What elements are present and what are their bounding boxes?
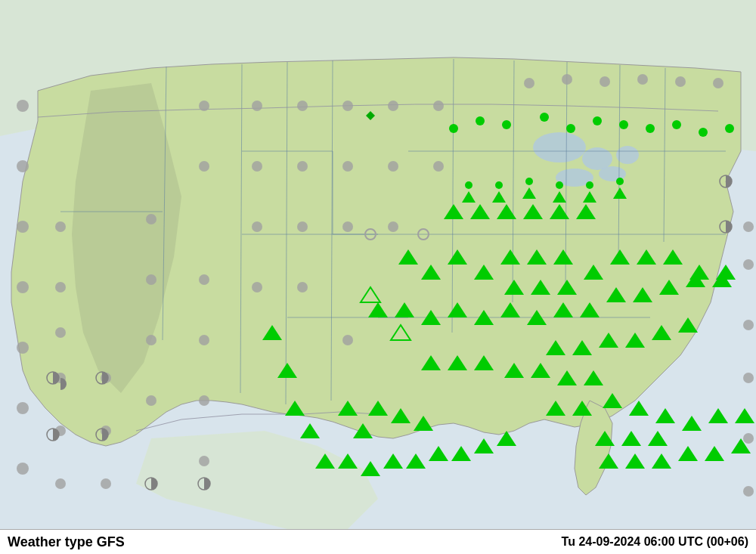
svg-point-115: [672, 120, 681, 129]
svg-point-126: [586, 181, 593, 189]
svg-point-124: [556, 181, 563, 189]
svg-point-116: [699, 128, 708, 137]
svg-point-157: [252, 161, 262, 172]
svg-point-164: [342, 101, 353, 111]
svg-point-180: [743, 259, 754, 270]
svg-point-146: [146, 214, 156, 224]
svg-point-148: [146, 335, 156, 345]
svg-point-177: [675, 76, 686, 87]
svg-point-107: [449, 124, 458, 133]
svg-point-117: [725, 124, 734, 133]
svg-point-169: [388, 161, 398, 172]
svg-point-170: [388, 221, 398, 232]
svg-point-132: [17, 221, 29, 233]
svg-point-178: [713, 78, 723, 88]
svg-point-151: [199, 161, 209, 172]
svg-point-130: [17, 100, 29, 112]
svg-point-149: [146, 395, 156, 406]
svg-point-113: [619, 120, 628, 129]
svg-point-162: [297, 221, 308, 232]
svg-point-109: [502, 120, 511, 129]
svg-point-145: [55, 327, 66, 338]
map-container: Weather type GFS Tu 24-09-2024 06:00 UTC…: [0, 0, 756, 554]
svg-point-133: [17, 281, 29, 293]
svg-point-176: [637, 74, 648, 85]
svg-point-158: [252, 221, 262, 232]
svg-point-154: [199, 395, 209, 406]
svg-point-159: [252, 282, 262, 292]
svg-point-2: [582, 147, 612, 170]
svg-point-153: [199, 335, 209, 345]
svg-point-168: [388, 101, 398, 111]
svg-point-142: [101, 478, 111, 489]
svg-point-156: [252, 101, 262, 111]
svg-point-167: [342, 335, 353, 345]
svg-point-111: [566, 124, 575, 133]
svg-point-135: [17, 402, 29, 414]
svg-point-181: [743, 320, 754, 330]
svg-point-114: [646, 124, 655, 133]
svg-point-120: [495, 181, 503, 189]
svg-point-173: [524, 78, 534, 88]
svg-point-172: [433, 161, 444, 172]
svg-point-139: [55, 478, 66, 489]
svg-point-1: [533, 132, 586, 162]
svg-point-174: [562, 74, 572, 85]
svg-point-122: [525, 178, 533, 185]
svg-point-175: [600, 76, 610, 87]
svg-point-150: [199, 101, 209, 111]
svg-point-160: [297, 101, 308, 111]
svg-point-110: [540, 113, 549, 122]
svg-point-183: [743, 433, 754, 444]
svg-point-108: [476, 116, 485, 125]
timestamp-label: Tu 24-09-2024 06:00 UTC (00+06): [562, 535, 748, 549]
svg-point-161: [297, 161, 308, 172]
bottom-bar: Weather type GFS Tu 24-09-2024 06:00 UTC…: [0, 529, 756, 554]
svg-point-152: [199, 274, 209, 285]
map-background: [0, 0, 756, 529]
svg-point-134: [17, 342, 29, 354]
svg-point-112: [593, 116, 602, 125]
svg-point-165: [342, 161, 353, 172]
svg-point-155: [199, 456, 209, 466]
svg-point-171: [433, 101, 444, 111]
svg-point-131: [17, 160, 29, 172]
svg-point-163: [297, 282, 308, 292]
svg-point-147: [146, 274, 156, 285]
svg-point-128: [616, 178, 624, 185]
svg-point-136: [17, 463, 29, 475]
svg-point-166: [342, 221, 353, 232]
svg-point-182: [743, 373, 754, 383]
svg-point-118: [465, 181, 472, 189]
map-title-label: Weather type GFS: [8, 534, 125, 550]
svg-point-143: [55, 221, 66, 232]
svg-point-184: [743, 486, 754, 497]
svg-point-179: [743, 221, 754, 232]
svg-point-144: [55, 282, 66, 292]
